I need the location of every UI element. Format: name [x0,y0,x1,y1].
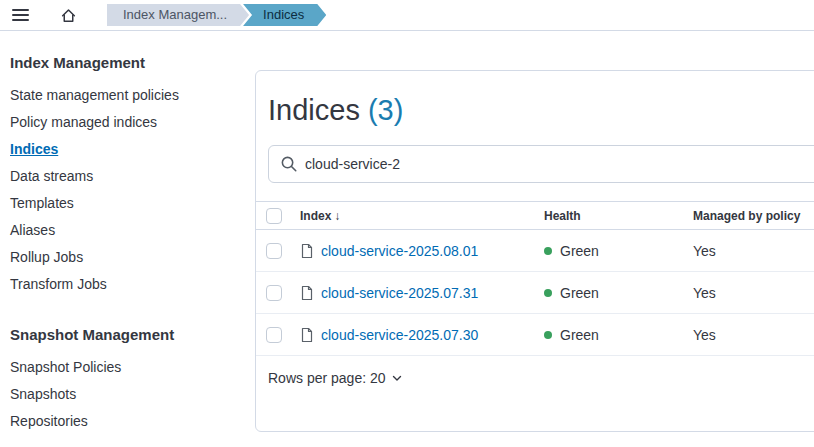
column-header-health[interactable]: Health [544,209,693,223]
search-input[interactable] [268,145,814,183]
breadcrumb: Index Managem... Indices [107,4,326,26]
page-title-text: Indices [268,94,360,126]
sidebar-item-templates[interactable]: Templates [10,195,236,211]
health-label: Green [560,327,599,343]
sidebar-item-rollup-jobs[interactable]: Rollup Jobs [10,249,236,265]
row-checkbox[interactable] [266,285,282,301]
breadcrumb-index-management[interactable]: Index Managem... [107,4,249,26]
hamburger-bars [12,9,29,21]
index-link[interactable]: cloud-service-2025.08.01 [321,243,478,259]
home-icon-glyph [60,7,77,24]
column-header-index-label: Index [300,209,331,223]
document-icon [300,243,314,259]
sidebar-item-repositories[interactable]: Repositories [10,413,236,429]
sidebar: Index Management State management polici… [0,32,246,440]
indices-table: Index↓ Health Managed by policy cloud-se… [256,201,814,356]
sidebar-section-title-index-management: Index Management [10,54,236,71]
health-label: Green [560,243,599,259]
table-footer: Rows per page: 20 [256,356,814,400]
indices-panel: Indices (3) Index↓ Health Managed by pol… [255,70,814,432]
health-label: Green [560,285,599,301]
health-green-dot-icon [544,289,552,297]
sidebar-section-title-snapshot-management: Snapshot Management [10,326,236,343]
sidebar-item-state-management-policies[interactable]: State management policies [10,87,236,103]
sort-descending-icon: ↓ [334,209,340,223]
row-checkbox[interactable] [266,243,282,259]
document-icon [300,327,314,343]
row-checkbox[interactable] [266,327,282,343]
page-title: Indices (3) [256,71,814,145]
sidebar-item-transform-jobs[interactable]: Transform Jobs [10,276,236,292]
managed-by-policy-cell: Yes [693,285,814,301]
health-cell: Green [544,285,693,301]
managed-by-policy-cell: Yes [693,327,814,343]
chevron-down-icon [391,372,403,384]
column-header-index[interactable]: Index↓ [300,209,544,223]
index-link[interactable]: cloud-service-2025.07.30 [321,327,478,343]
health-green-dot-icon [544,331,552,339]
document-icon [300,285,314,301]
sidebar-item-snapshot-policies[interactable]: Snapshot Policies [10,359,236,375]
health-cell: Green [544,327,693,343]
table-row: cloud-service-2025.07.30 Green Yes [256,314,814,356]
sidebar-item-indices[interactable]: Indices [10,141,236,157]
table-row: cloud-service-2025.08.01 Green Yes [256,230,814,272]
table-header-row: Index↓ Health Managed by policy [256,201,814,230]
column-header-managed-by-policy[interactable]: Managed by policy [693,209,814,223]
hamburger-menu-icon[interactable] [8,5,33,25]
sidebar-item-policy-managed-indices[interactable]: Policy managed indices [10,114,236,130]
sidebar-section-index-management: State management policies Policy managed… [10,87,236,292]
sidebar-item-snapshots[interactable]: Snapshots [10,386,236,402]
index-link[interactable]: cloud-service-2025.07.31 [321,285,478,301]
top-navigation-bar: Index Managem... Indices [0,0,814,31]
indices-count: (3) [368,94,403,126]
sidebar-item-data-streams[interactable]: Data streams [10,168,236,184]
home-icon[interactable] [56,3,81,28]
breadcrumb-indices[interactable]: Indices [243,4,326,26]
sidebar-section-snapshot-management: Snapshot Policies Snapshots Repositories [10,359,236,429]
health-green-dot-icon [544,247,552,255]
health-cell: Green [544,243,693,259]
select-all-checkbox[interactable] [266,208,282,224]
table-row: cloud-service-2025.07.31 Green Yes [256,272,814,314]
sidebar-item-aliases[interactable]: Aliases [10,222,236,238]
managed-by-policy-cell: Yes [693,243,814,259]
rows-per-page-button[interactable]: Rows per page: 20 [268,370,403,386]
search-bar [256,145,814,201]
rows-per-page-label: Rows per page: 20 [268,370,386,386]
